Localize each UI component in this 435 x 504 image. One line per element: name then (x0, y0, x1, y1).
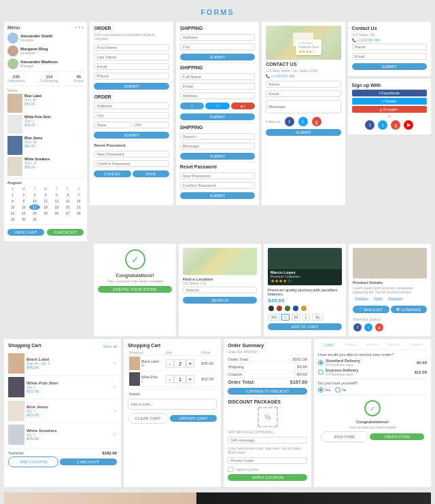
following-stat: 134 Following (41, 75, 58, 83)
social-fb-icon[interactable]: f (365, 120, 375, 130)
lastname-input[interactable] (94, 54, 169, 60)
cancel-button[interactable]: CANCEL (94, 170, 130, 177)
remove-item-4[interactable]: ✕ (113, 432, 117, 437)
step-cart[interactable]: CART (318, 343, 340, 347)
qty-minus-2[interactable]: - (166, 375, 174, 383)
firstname-input[interactable] (94, 44, 169, 51)
signup-gp-button[interactable]: g Google+ (352, 106, 427, 113)
fb-btn[interactable]: f (180, 103, 204, 109)
user-item[interactable]: Alexander Madison Manager (7, 58, 84, 69)
map2-search-btn[interactable]: SEARCH (183, 297, 257, 304)
qty-plus-2[interactable]: + (186, 375, 194, 383)
contact-email[interactable] (266, 90, 341, 97)
ship3-field2[interactable] (180, 143, 255, 149)
create-store-button[interactable]: CREATE YOUR STORE (98, 286, 172, 293)
newpass-input[interactable] (94, 151, 169, 158)
step-shipping[interactable]: SHIPPING (362, 343, 383, 347)
ship2-submit[interactable]: SUBMIT (180, 113, 255, 120)
fb-social-icon[interactable]: f (285, 117, 294, 126)
contact-message[interactable] (266, 100, 341, 113)
phone-input[interactable] (94, 73, 169, 79)
trust-no[interactable] (335, 387, 341, 393)
ship4-pass2[interactable] (180, 182, 255, 189)
create-store2-btn[interactable]: CREATE STORE (370, 433, 424, 440)
step-payment[interactable]: PAYMENT (383, 343, 405, 347)
remove-item-1[interactable]: ✕ (113, 361, 117, 366)
view-cart-button[interactable]: VIEW CART (7, 229, 44, 236)
contact-submit[interactable]: SUBMIT (266, 129, 341, 136)
standard-ship-option[interactable]: Standard Delivery 3-5 business days $5.8… (318, 359, 427, 367)
submit-button[interactable]: SUBMIT (94, 83, 169, 90)
back-home-btn[interactable]: BACK HOME (321, 431, 368, 442)
promo-input[interactable] (228, 457, 307, 464)
map2-search[interactable] (183, 287, 257, 293)
clear-cart-btn[interactable]: CLEAR CART (128, 413, 169, 424)
apply-coupon-btn[interactable]: APPLY COUPON (228, 474, 307, 481)
zip-input[interactable] (133, 122, 169, 128)
notes-input[interactable] (128, 399, 217, 410)
tw-social-icon[interactable]: t (298, 117, 308, 126)
compare-btn[interactable]: ⇄ COMPARE (391, 306, 428, 313)
qty-input-2[interactable] (174, 375, 186, 383)
signup-tw-button[interactable]: t Twitter (352, 98, 427, 105)
trust-yes[interactable] (318, 387, 324, 393)
ship2-name[interactable] (180, 73, 255, 80)
ship2-email[interactable] (180, 83, 255, 90)
add-to-cart-btn[interactable]: ADD TO CART (268, 323, 342, 330)
city-input[interactable] (94, 112, 169, 119)
standard-radio[interactable] (318, 360, 324, 365)
cart-checkout-btn[interactable]: CHECKOUT (60, 458, 117, 465)
email-input[interactable] (94, 63, 169, 70)
cr-submit[interactable]: SUBMIT (352, 63, 427, 70)
ship2-address[interactable] (180, 92, 255, 99)
signup-fb-button[interactable]: f Facebook (352, 90, 427, 96)
gp-social-icon[interactable]: g (312, 117, 321, 126)
social-yt-icon[interactable]: ▶ (404, 120, 413, 130)
ship-submit[interactable]: SUBMIT (180, 54, 255, 60)
ship-address[interactable] (180, 34, 255, 41)
ship3-submit[interactable]: SUBMIT (180, 153, 255, 160)
checkout-button[interactable]: CHECKOUT (47, 229, 84, 236)
ship4-pass[interactable] (180, 173, 255, 179)
social-gp-icon[interactable]: g (391, 120, 400, 130)
cart-mini-link[interactable]: View all (103, 344, 117, 348)
qty-plus-1[interactable]: + (186, 359, 194, 367)
tw-btn[interactable]: t (205, 103, 229, 109)
contact-name[interactable] (266, 81, 341, 88)
qty-minus-1[interactable]: - (166, 359, 174, 367)
cr-email[interactable] (352, 53, 427, 60)
step-confirm[interactable]: CONFIRM (405, 343, 427, 347)
product-actions[interactable]: ♡ WISHLIST ⇄ COMPARE (353, 304, 427, 315)
terms-checkbox[interactable] (228, 467, 233, 472)
remove-item-2[interactable]: ✕ (113, 384, 117, 390)
submit2-button[interactable]: SUBMIT (94, 132, 169, 139)
confirmpass-input[interactable] (94, 160, 169, 167)
standard-price: $5.80 (417, 361, 427, 365)
express-ship-option[interactable]: Express Delivery 1-2 business days $12.0… (318, 368, 427, 376)
share-fb-icon[interactable]: f (353, 323, 362, 331)
continue-checkout-btn[interactable]: CONTINUE TO CHECKOUT (228, 388, 307, 395)
social-tw-icon[interactable]: t (378, 120, 387, 130)
gp-btn[interactable]: g+ (231, 103, 255, 109)
ship4-submit[interactable]: SUBMIT (180, 192, 255, 199)
state-input[interactable] (94, 122, 130, 128)
address-input[interactable] (94, 103, 169, 109)
update-cart-btn[interactable]: UPDATE CART (170, 415, 218, 422)
user-item[interactable]: Margaret Ring Developer (7, 46, 84, 56)
share-gp-icon[interactable]: g (375, 323, 383, 331)
cr-name[interactable] (352, 43, 427, 50)
save-button[interactable]: SAVE (133, 170, 169, 177)
gift-input[interactable] (228, 437, 307, 444)
qty-input-1[interactable] (174, 359, 186, 367)
promo-text: If you have promo code, type here. You w… (228, 446, 307, 454)
user-item[interactable]: Alexander Smith Designer (7, 33, 84, 43)
wishlist-btn[interactable]: ♡ WISHLIST (353, 306, 389, 313)
map-title: CONTACT US (266, 62, 341, 67)
express-radio[interactable] (318, 370, 324, 375)
remove-item-3[interactable]: ✕ (113, 408, 117, 414)
add-coupon-btn[interactable]: ADD COUPON (8, 456, 58, 467)
ship3-field[interactable] (180, 133, 255, 140)
share-tw-icon[interactable]: t (364, 323, 372, 331)
ship-city[interactable] (180, 43, 255, 50)
step-details[interactable]: DETAILS (340, 343, 362, 347)
